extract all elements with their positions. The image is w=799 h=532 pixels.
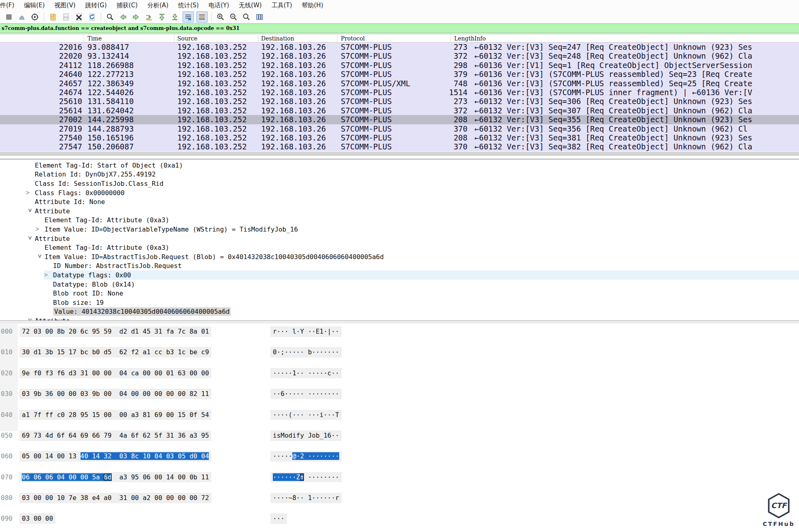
hex-bytes[interactable]: ··· [273, 515, 285, 522]
menu-item[interactable]: 件(F) [0, 0, 19, 11]
hexdump-row[interactable]: 05069 73 4d 6f 64 69 66 79 4a 6f 62 5f 3… [0, 430, 799, 441]
hexdump-row[interactable]: 06005 00 14 00 13 40 14 32 03 8c 10 04 0… [0, 451, 799, 462]
hex-byte-area[interactable]: 03 00 00 10 7e 38 e4 a0 31 00 a2 00 00 0… [19, 493, 211, 503]
hex-bytes[interactable]: a1 7f ff c0 28 95 15 00 00 a3 81 69 00 1… [22, 411, 209, 419]
hex-byte-area[interactable]: 05 00 14 00 13 40 14 32 03 8c 10 04 03 0… [19, 451, 211, 462]
hexdump-row[interactable]: 040a1 7f ff c0 28 95 15 00 00 a3 81 69 0… [0, 410, 799, 420]
detail-tree-row[interactable]: >Datatype flags: 0x00 [0, 270, 799, 280]
ascii-area[interactable]: isModify Job_16·· [270, 430, 342, 441]
hex-bytes[interactable]: 0·;····· b······· [273, 348, 339, 356]
column-separator[interactable] [471, 35, 471, 42]
column-header-protocol[interactable]: Protocol [341, 35, 365, 42]
hex-bytes[interactable]: ·····1·· ·····c·· [273, 369, 339, 377]
hex-bytes[interactable]: 72 03 00 8b 20 6c 95 59 d2 d1 45 31 fa 7… [22, 328, 209, 335]
detail-tree-row[interactable]: Element Tag-Id: Attribute (0xa3) [0, 243, 799, 252]
hex-bytes[interactable]: 69 73 4d 6f 64 69 66 79 4a 6f 62 5f 31 3… [22, 432, 209, 439]
menu-item[interactable]: 电话(Y) [204, 0, 234, 11]
hexdump-row[interactable]: 00072 03 00 8b 20 6c 95 59 d2 d1 45 31 f… [0, 326, 799, 337]
packet-row[interactable]: 24657122.386349192.168.103.252192.168.10… [0, 79, 799, 88]
detail-tree-row[interactable]: Element Tag-Id: Attribute (0xa3) [0, 216, 799, 225]
go-back-icon[interactable] [118, 12, 128, 22]
display-filter-bar[interactable]: s7comm-plus.data.function == createobjec… [0, 23, 799, 33]
go-top-icon[interactable] [157, 12, 167, 22]
hex-byte-area[interactable]: 69 73 4d 6f 64 69 66 79 4a 6f 62 5f 31 3… [19, 430, 211, 441]
hex-byte-area[interactable]: 03 9b 36 00 00 03 9b 00 04 00 00 00 00 0… [19, 389, 211, 399]
save-file-icon[interactable]: 010 [61, 12, 71, 22]
menu-item[interactable]: 捕获(C) [112, 0, 142, 11]
collapse-arrow-icon[interactable]: > [26, 236, 34, 245]
expand-arrow-icon[interactable]: > [26, 189, 35, 196]
capture-options-gear-icon[interactable] [30, 12, 40, 22]
menu-item[interactable]: 工具(T) [267, 0, 297, 11]
expand-arrow-icon[interactable]: > [36, 226, 45, 233]
menu-item[interactable]: 统计(S) [173, 0, 204, 11]
packet-row[interactable]: 27540150.165196192.168.103.252192.168.10… [0, 133, 799, 142]
stop-capture-icon[interactable] [4, 12, 14, 22]
hex-bytes-selected[interactable]: ······Z [273, 473, 300, 481]
go-bottom-icon[interactable] [170, 12, 180, 22]
hex-bytes[interactable]: 30 d1 3b 15 17 bc b0 d5 62 f2 a1 cc b3 1… [22, 348, 209, 356]
ascii-area[interactable]: ····~8·· 1······r [270, 493, 342, 503]
hex-byte-cursor[interactable]: 6d [104, 473, 111, 481]
packet-row[interactable]: 25614131.624042192.168.103.252192.168.10… [0, 106, 799, 115]
hex-byte-area[interactable]: 30 d1 3b 15 17 bc b0 d5 62 f2 a1 cc b3 1… [19, 347, 211, 358]
hexdump-row[interactable]: 01030 d1 3b 15 17 bc b0 d5 62 f2 a1 cc b… [0, 347, 799, 358]
detail-tree-row[interactable]: Element Tag-Id: Start of Object (0xa1) [0, 161, 799, 170]
ascii-area[interactable]: ··· [270, 513, 287, 524]
hexdump-row[interactable]: 0209e f0 f3 f6 d3 31 00 00 04 ca 00 00 0… [0, 368, 799, 379]
hex-bytes[interactable]: 03 00 00 [22, 515, 53, 522]
column-header-source[interactable]: Source [177, 35, 198, 42]
packet-row[interactable]: 2202093.132414192.168.103.252192.168.103… [0, 51, 799, 60]
menu-item[interactable]: 编辑(E) [19, 0, 49, 11]
hexdump-row[interactable]: 08003 00 00 10 7e 38 e4 a0 31 00 a2 00 0… [0, 493, 799, 503]
hex-bytes[interactable]: 03 00 00 10 7e 38 e4 a0 31 00 a2 00 00 0… [22, 494, 209, 502]
hex-bytes[interactable]: 05 00 14 00 13 [22, 452, 81, 460]
open-file-icon[interactable] [48, 12, 58, 22]
hexdump-row[interactable]: 09003 00 00··· [0, 513, 799, 524]
detail-tree-row[interactable]: >Attribute [0, 234, 799, 243]
ascii-area[interactable]: r··· l·Y ··E1·|·· [270, 326, 342, 337]
packet-row[interactable]: 27002144.225998192.168.103.252192.168.10… [0, 115, 799, 124]
detail-tree-row[interactable]: ID Number: AbstractTisJob.Request [0, 262, 799, 271]
column-header-length[interactable]: Length [454, 35, 474, 42]
hex-byte-area[interactable]: a1 7f ff c0 28 95 15 00 00 a3 81 69 00 1… [19, 410, 211, 420]
packet-row[interactable]: 24674122.544026192.168.103.252192.168.10… [0, 88, 799, 97]
packet-row[interactable]: 24640122.277213192.168.103.252192.168.10… [0, 70, 799, 79]
hex-bytes[interactable]: isModify Job_16·· [273, 432, 339, 439]
detail-tree-row[interactable]: >Attribute [0, 316, 799, 320]
hex-byte-cursor[interactable]: m [300, 473, 304, 481]
zoom-original-icon[interactable] [241, 12, 252, 22]
packet-row[interactable]: 25610131.584110192.168.103.252192.168.10… [0, 97, 799, 106]
collapse-arrow-icon[interactable]: > [26, 209, 34, 217]
close-file-icon[interactable] [74, 12, 84, 22]
hex-byte-area[interactable]: 72 03 00 8b 20 6c 95 59 d2 d1 45 31 fa 7… [19, 326, 211, 337]
detail-tree-row[interactable]: >Item Value: ID=ObjectVariableTypeName (… [0, 225, 799, 234]
column-separator[interactable] [258, 35, 258, 42]
hex-bytes[interactable]: ····~8·· 1······r [273, 494, 339, 502]
column-header-info[interactable]: Info [474, 35, 486, 42]
column-separator[interactable] [174, 35, 174, 42]
ascii-area[interactable]: ····(··· ···i···T [270, 410, 342, 420]
detail-tree-row[interactable]: >Attribute [0, 206, 799, 216]
go-to-packet-icon[interactable] [144, 12, 154, 22]
find-packet-icon[interactable] [105, 12, 115, 22]
detail-tree-row[interactable]: Datatype: Blob (0x14) [0, 280, 799, 289]
detail-tree-row[interactable]: Relation Id: DynObjX7.255.49192 [0, 170, 799, 179]
ascii-area[interactable]: 0·;····· b······· [270, 347, 342, 358]
detail-tree-row[interactable]: Class Id: SessionTisJob.Class_Rid [0, 179, 799, 188]
menu-item[interactable]: 无线(W) [234, 0, 267, 11]
resize-columns-icon[interactable] [254, 12, 265, 22]
detail-tree-row[interactable]: Blob size: 19 [0, 298, 799, 307]
menu-item[interactable]: 帮助(H) [297, 0, 328, 11]
detail-tree-row[interactable]: Attribute Id: None [0, 197, 799, 206]
packet-row[interactable]: 24112118.266988192.168.103.252192.168.10… [0, 61, 799, 70]
ascii-area[interactable]: ·····@·2 ········ [270, 451, 342, 462]
expand-arrow-icon[interactable]: > [44, 271, 53, 279]
ascii-area[interactable]: ··6····· ········ [270, 389, 342, 399]
collapse-arrow-icon[interactable]: > [36, 254, 43, 263]
column-separator[interactable] [450, 35, 450, 42]
packet-row[interactable]: 27547150.206087192.168.103.252192.168.10… [0, 142, 799, 151]
hexdump-row[interactable]: 07006 06 06 04 00 00 5a 6d a3 95 06 00 1… [0, 472, 799, 483]
column-separator[interactable] [84, 35, 84, 42]
pane-splitter[interactable] [0, 152, 799, 156]
